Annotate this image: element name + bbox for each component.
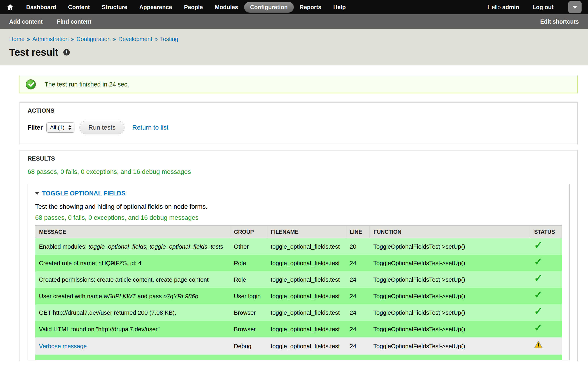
toolbar-toggle-button[interactable] [568,1,582,13]
select-arrows-icon [68,125,71,130]
message-cell [35,355,230,360]
filename-cell: toggle_optional_fields.test [267,288,346,304]
message-emphasis: o7qYRL986b [163,293,198,300]
function-cell: ToggleOptionalFieldsTest->setUp() [370,337,530,355]
shortcut-link-find-content[interactable]: Find content [57,18,91,25]
breadcrumb-link-development[interactable]: Development [119,36,152,42]
toolbar-item-configuration[interactable]: Configuration [244,2,294,13]
line-cell [346,355,370,360]
greeting: Hello admin [488,4,519,10]
filename-cell: toggle_optional_fields.test [267,271,346,288]
toolbar-item-people[interactable]: People [178,2,209,13]
table-row: Enabled modules: toggle_optional_fields,… [35,238,562,255]
table-row: Created role of name: nHQ9fFZS, id: 4Rol… [35,255,562,271]
message-cell: User created with name wSuPLKWT and pass… [35,288,230,304]
breadcrumb-separator: » [71,36,74,42]
results-legend: RESULTS [27,155,570,162]
message-text: Created permissions: create article cont… [39,276,209,283]
results-summary: 68 passes, 0 fails, 0 exceptions, and 16… [27,168,570,175]
status-cell: ✓ [530,304,562,321]
test-group-summary: 68 passes, 0 fails, 0 exceptions, and 16… [35,214,562,221]
breadcrumb-separator: » [155,36,158,42]
pass-check-icon: ✓ [534,273,543,284]
test-group-description: Test the showing and hiding of optional … [35,203,562,210]
message-text: and pass [136,293,163,300]
function-cell: ToggleOptionalFieldsTest->setUp() [370,271,530,288]
breadcrumb-link-home[interactable]: Home [9,36,25,42]
shortcut-links: Add contentFind content [9,18,106,25]
column-header-group: GROUP [230,226,267,238]
message-text: Created role of name: nHQ9fFZS, id: 4 [39,260,142,267]
table-row: GET http://drupal7.dev/user returned 200… [35,304,562,321]
page-title: Test result [9,47,58,58]
logout-link[interactable]: Log out [532,4,553,10]
run-tests-button[interactable]: Run tests [79,121,124,134]
breadcrumb-link-configuration[interactable]: Configuration [77,36,111,42]
table-row [35,355,562,360]
toolbar-item-structure[interactable]: Structure [96,2,133,13]
filename-cell: toggle_optional_fields.test [267,337,346,355]
function-cell [370,355,530,360]
test-group-toggle[interactable]: TOGGLE OPTIONAL FIELDS [35,190,562,197]
status-cell: ✓ [530,238,562,255]
status-cell: ✓ [530,255,562,271]
table-row: Created permissions: create article cont… [35,271,562,288]
shortcut-bar: Add contentFind content Edit shortcuts [0,14,588,29]
group-cell [230,355,267,360]
toolbar-item-modules[interactable]: Modules [209,2,244,13]
breadcrumb-separator: » [27,36,30,42]
toolbar-item-dashboard[interactable]: Dashboard [20,2,62,13]
pass-check-icon: ✓ [534,306,543,317]
toolbar-item-reports[interactable]: Reports [294,2,327,13]
filename-cell: toggle_optional_fields.test [267,304,346,321]
table-row: Valid HTML found on "http://drupal7.dev/… [35,321,562,337]
message-text: GET http://drupal7.dev/user returned 200… [39,309,176,316]
breadcrumb: Home»Administration»Configuration»Develo… [9,36,579,42]
warning-icon [534,341,543,348]
status-message-text: The test run finished in 24 sec. [44,81,129,88]
return-to-list-link[interactable]: Return to list [132,124,168,131]
filename-cell: toggle_optional_fields.test [267,238,346,255]
group-cell: Browser [230,304,267,321]
breadcrumb-link-administration[interactable]: Administration [32,36,69,42]
add-shortcut-icon[interactable] [63,49,70,56]
test-group-title: TOGGLE OPTIONAL FIELDS [42,190,126,197]
filename-cell: toggle_optional_fields.test [267,321,346,337]
filter-label: Filter [27,124,43,131]
message-cell: Created permissions: create article cont… [35,271,230,288]
group-cell: User login [230,288,267,304]
toolbar-menu: DashboardContentStructureAppearancePeopl… [20,2,352,13]
function-cell: ToggleOptionalFieldsTest->setUp() [370,255,530,271]
edit-shortcuts-link[interactable]: Edit shortcuts [540,18,579,25]
function-cell: ToggleOptionalFieldsTest->setUp() [370,238,530,255]
column-header-filename: FILENAME [267,226,346,238]
home-icon[interactable] [6,3,14,11]
status-cell [530,355,562,360]
filter-select[interactable]: All (1) [46,123,74,133]
shortcut-link-add-content[interactable]: Add content [9,18,43,25]
collapse-caret-icon [35,192,39,195]
test-group-fieldset: TOGGLE OPTIONAL FIELDS Test the showing … [27,184,570,360]
breadcrumb-link-testing[interactable]: Testing [160,36,178,42]
verbose-message-link[interactable]: Verbose message [39,343,87,350]
status-cell [530,337,562,355]
message-cell: GET http://drupal7.dev/user returned 200… [35,304,230,321]
group-cell: Role [230,255,267,271]
toolbar-item-content[interactable]: Content [62,2,96,13]
chevron-down-icon [572,6,578,9]
breadcrumb-separator: » [113,36,116,42]
column-header-message: MESSAGE [35,226,230,238]
toolbar-item-appearance[interactable]: Appearance [133,2,178,13]
toolbar-item-help[interactable]: Help [327,2,352,13]
line-cell: 20 [346,238,370,255]
filename-cell [267,355,346,360]
line-cell: 24 [346,255,370,271]
status-cell: ✓ [530,271,562,288]
status-cell: ✓ [530,288,562,304]
status-ok-badge-icon [26,79,36,90]
message-emphasis: toggle_optional_fields, toggle_optional_… [88,243,223,250]
message-text: Enabled modules: [39,243,88,250]
message-text: Valid HTML found on "http://drupal7.dev/… [39,326,160,333]
table-row: User created with name wSuPLKWT and pass… [35,288,562,304]
results-fieldset: RESULTS 68 passes, 0 fails, 0 exceptions… [19,150,578,361]
